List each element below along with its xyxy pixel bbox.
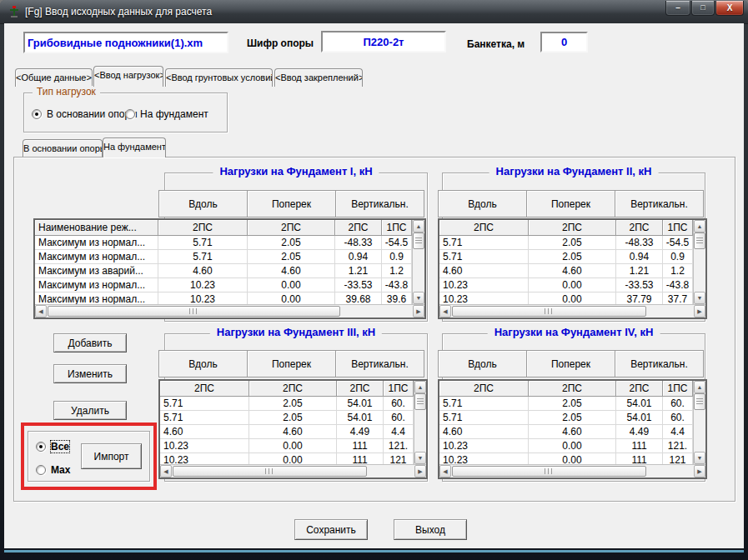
v-scroll-track[interactable] [413,249,424,292]
grid-cell[interactable]: -33.53 [616,278,663,292]
v-scroll-thumb[interactable] [694,393,705,410]
grid-cell[interactable]: 4.4 [384,425,414,439]
scroll-down-button[interactable]: ▼ [413,292,424,304]
grid-cell[interactable]: 4.60 [439,425,529,439]
v-scroll-thumb[interactable] [694,232,705,249]
grid-cell[interactable]: 37.79 [616,292,663,304]
h-scroll-track[interactable] [451,465,694,478]
h-scroll-thumb[interactable] [452,306,646,317]
grid-cell[interactable]: 1.2 [663,264,693,278]
grid-cell[interactable]: 0.00 [529,292,616,304]
tab-load-input[interactable]: <Ввод нагрузок> [93,66,163,87]
grid-cell[interactable]: 37.7 [663,292,693,304]
h-scrollbar[interactable]: ◀▶ [439,464,705,478]
close-button[interactable]: X [715,1,744,16]
grid-cell[interactable]: Максимум из нормал... [35,292,158,304]
grid-cell[interactable]: 39.68 [335,292,382,304]
h-scroll-track[interactable] [172,465,414,478]
tab-anchoring[interactable]: <Ввод закреплений> [274,68,363,87]
grid-cell[interactable]: 4.4 [663,425,693,439]
grid-cell[interactable]: 10.23 [158,292,248,304]
grid-cell[interactable]: 2.05 [248,250,335,264]
grid-cell[interactable]: 60. [384,411,414,425]
grid-cell[interactable]: 1.2 [382,264,412,278]
grid-cell[interactable]: 121 [384,453,414,464]
grid-cell[interactable]: -54.5 [663,236,693,250]
grid-cell[interactable]: 0.9 [382,250,412,264]
grid-cell[interactable]: -48.33 [616,236,663,250]
grid-cell[interactable]: 5.71 [160,411,249,425]
banketka-field[interactable] [540,32,588,52]
v-scrollbar[interactable]: ▲▼ [693,381,705,464]
grid-cell[interactable]: 5.71 [439,411,529,425]
h-scroll-track[interactable] [451,305,694,318]
grid-cell[interactable]: -48.33 [335,236,382,250]
h-scroll-thumb[interactable] [48,306,340,317]
grid-cell[interactable]: 10.23 [158,278,248,292]
grid-cell[interactable]: 5.71 [439,397,529,411]
edit-button[interactable]: Изменить [53,364,127,383]
filename-field[interactable] [23,32,228,53]
scroll-up-button[interactable]: ▲ [694,220,705,232]
grid-cell[interactable]: 5.71 [158,236,248,250]
scroll-up-button[interactable]: ▲ [413,220,424,232]
tower-code-field[interactable] [321,31,446,52]
scroll-right-button[interactable]: ▶ [694,305,705,318]
grid-cell[interactable]: 4.60 [439,264,529,278]
grid-cell[interactable]: 10.23 [439,439,529,453]
v-scroll-thumb[interactable] [413,232,424,249]
grid-cell[interactable]: 4.60 [529,425,616,439]
grid-cell[interactable]: -43.8 [382,278,412,292]
grid-cell[interactable]: 5.71 [439,236,529,250]
v-scrollbar[interactable]: ▲▼ [414,381,426,464]
grid-cell[interactable]: 1.21 [616,264,663,278]
scroll-down-button[interactable]: ▼ [694,292,705,304]
grid-cell[interactable]: 121. [663,439,693,453]
scroll-up-button[interactable]: ▲ [694,381,705,393]
radio-option-at-tower-base[interactable]: В основании опоры [32,108,138,120]
v-scroll-track[interactable] [694,410,705,452]
scroll-left-button[interactable]: ◀ [439,305,451,318]
h-scroll-thumb[interactable] [173,466,367,477]
grid-cell[interactable]: -33.53 [335,278,382,292]
grid-cell[interactable]: 111 [337,439,384,453]
maximize-button[interactable]: □ [691,1,715,16]
grid-cell[interactable]: 5.71 [158,250,248,264]
scroll-right-button[interactable]: ▶ [694,465,705,478]
scroll-up-button[interactable]: ▲ [414,381,426,393]
v-scroll-track[interactable] [694,249,705,292]
grid-cell[interactable]: 5.71 [439,250,529,264]
scroll-left-button[interactable]: ◀ [160,465,172,478]
grid-cell[interactable]: 60. [384,397,414,411]
grid-cell[interactable]: 10.23 [439,292,529,304]
grid-cell[interactable]: 39.6 [382,292,412,304]
tab-common-data[interactable]: <Общие данные> [15,68,93,87]
grid-cell[interactable]: Максимум из нормал... [35,236,158,250]
grid-cell[interactable]: -43.8 [663,278,693,292]
grid-cell[interactable]: 0.00 [249,453,337,464]
grid-cell[interactable]: 0.00 [529,439,616,453]
grid-cell[interactable]: 0.00 [248,292,335,304]
grid-cell[interactable]: 0.94 [335,250,382,264]
grid-cell[interactable]: 4.60 [248,264,335,278]
h-scrollbar[interactable]: ◀▶ [35,304,424,318]
grid-cell[interactable]: 54.01 [337,397,384,411]
grid-cell[interactable]: 10.23 [439,278,529,292]
tab-soil-conditions[interactable]: <Ввод грунтовых условий> [165,68,273,87]
scroll-right-button[interactable]: ▶ [413,305,424,318]
save-button[interactable]: Сохранить [294,519,368,540]
exit-button[interactable]: Выход [394,519,467,540]
h-scrollbar[interactable]: ◀▶ [160,464,426,478]
grid-cell[interactable]: 4.60 [160,425,249,439]
delete-button[interactable]: Удалить [53,401,127,420]
grid-cell[interactable]: Максимум из нормал... [35,278,158,292]
grid-cell[interactable]: 4.49 [616,425,663,439]
grid-cell[interactable]: 60. [663,411,693,425]
grid-cell[interactable]: 2.05 [249,397,337,411]
scroll-down-button[interactable]: ▼ [414,452,426,464]
grid-cell[interactable]: -54.5 [382,236,412,250]
radio-option-on-foundation[interactable]: На фундамент [125,108,208,120]
grid-cell[interactable]: 54.01 [616,411,663,425]
title-bar[interactable]: [Fg] Ввод исходных данных для расчета [0,0,748,24]
grid-cell[interactable]: Максимум из аварий... [35,264,158,278]
